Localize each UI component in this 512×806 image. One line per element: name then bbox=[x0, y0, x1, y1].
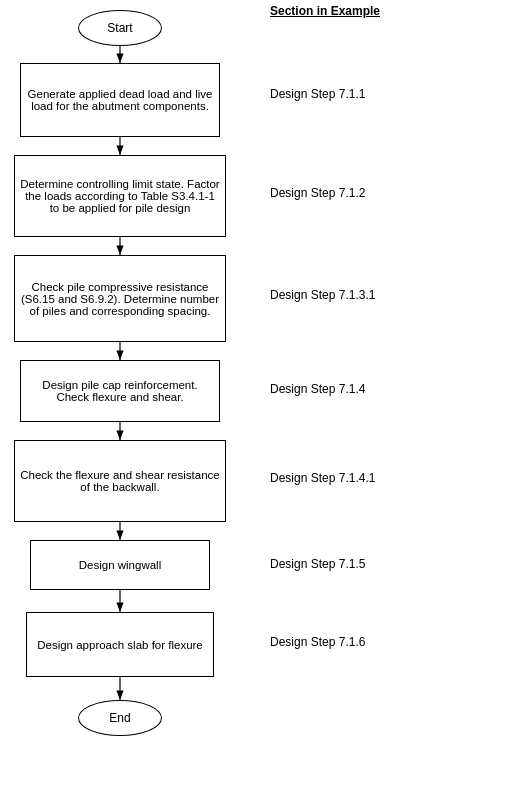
step7-section-label: Design Step 7.1.6 bbox=[270, 635, 365, 649]
step6-node: Design wingwall bbox=[30, 540, 210, 590]
flowchart: Section in Example Start Generate applie… bbox=[0, 0, 512, 806]
section-header: Section in Example bbox=[270, 4, 380, 18]
step1-section-label: Design Step 7.1.1 bbox=[270, 87, 365, 101]
step3-node: Check pile compressive resistance (S6.15… bbox=[14, 255, 226, 342]
step7-node: Design approach slab for flexure bbox=[26, 612, 214, 677]
step4-node: Design pile cap reinforcement. Check fle… bbox=[20, 360, 220, 422]
step2-section-label: Design Step 7.1.2 bbox=[270, 186, 365, 200]
start-node: Start bbox=[78, 10, 162, 46]
step6-section-label: Design Step 7.1.5 bbox=[270, 557, 365, 571]
end-node: End bbox=[78, 700, 162, 736]
step5-node: Check the flexure and shear resistance o… bbox=[14, 440, 226, 522]
step2-node: Determine controlling limit state. Facto… bbox=[14, 155, 226, 237]
step3-section-label: Design Step 7.1.3.1 bbox=[270, 288, 375, 302]
step1-node: Generate applied dead load and live load… bbox=[20, 63, 220, 137]
step5-section-label: Design Step 7.1.4.1 bbox=[270, 471, 375, 485]
step4-section-label: Design Step 7.1.4 bbox=[270, 382, 365, 396]
